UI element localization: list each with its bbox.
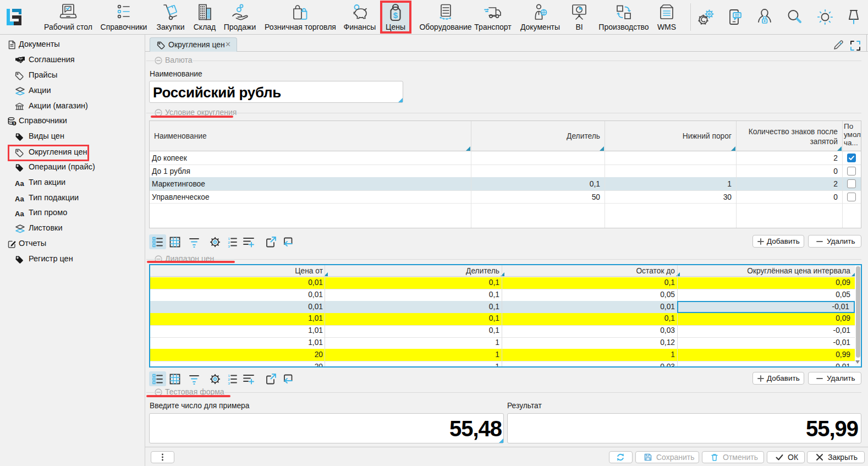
svg-text:2: 2 <box>228 378 230 381</box>
svg-text:2: 2 <box>228 241 230 244</box>
svg-text:3: 3 <box>228 382 230 385</box>
svg-text:1: 1 <box>228 374 230 377</box>
svg-text:$: $ <box>13 122 15 125</box>
svg-text:1: 1 <box>228 237 230 240</box>
svg-text:3: 3 <box>228 245 230 248</box>
